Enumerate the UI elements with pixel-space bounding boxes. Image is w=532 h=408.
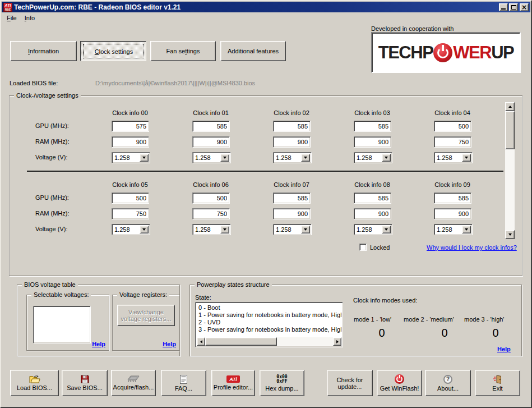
scroll-right-button[interactable] [333, 337, 341, 346]
maximize-button[interactable] [509, 3, 518, 11]
scroll-left-button[interactable] [197, 337, 205, 346]
ram-mhz-input-07[interactable] [273, 208, 311, 219]
selectable-voltages-group: Selectable voltages: Help [26, 295, 109, 351]
gpu-mhz-input-09[interactable] [434, 192, 471, 204]
voltage-combo-06[interactable]: 1.258 [192, 224, 231, 235]
ram-mhz-input-02[interactable] [273, 136, 311, 148]
mode-1-label: mode 1 - 'low' [354, 316, 391, 323]
hscrollbar-thumb[interactable] [205, 337, 277, 346]
clock-scrollbar[interactable] [505, 102, 515, 239]
ram-mhz-input-01[interactable] [192, 136, 230, 148]
triangle-down-icon [465, 157, 468, 159]
load-bios-button[interactable]: Load BIOS... [10, 370, 59, 396]
selectable-voltages-title: Selectable voltages: [31, 291, 91, 298]
selectable-voltages-list[interactable] [33, 306, 91, 343]
menu-file[interactable]: File [3, 14, 21, 22]
clock-voltage-group: Clock-/voltage settings Clock info 00 Cl… [9, 95, 522, 276]
techpowerup-logo: TECHP WER UP [371, 32, 521, 73]
tab-information[interactable]: Information [10, 41, 77, 61]
voltage-combo-07[interactable]: 1.258 [273, 224, 312, 235]
about-button[interactable]: ? About... [425, 370, 471, 396]
ram-mhz-input-00[interactable] [112, 136, 149, 148]
ram-mhz-input-04[interactable] [434, 136, 471, 148]
list-item[interactable]: 1 - Power saving for notebooks in batter… [197, 311, 341, 319]
gpu-mhz-input-01[interactable] [192, 121, 230, 132]
clock-info-header: Clock info 04 [427, 109, 478, 116]
ram-mhz-input-08[interactable] [354, 208, 391, 219]
power-button-icon [395, 374, 404, 384]
voltage-combo-08[interactable]: 1.258 [354, 224, 392, 235]
tab-additional-features[interactable]: Additional features [220, 41, 286, 61]
chevron-down-icon[interactable] [462, 154, 471, 162]
hex-icon: 0x000xFF [276, 375, 287, 384]
floppy-disk-icon [81, 375, 89, 383]
state-list-hscrollbar[interactable] [197, 337, 341, 346]
list-item[interactable]: 2 - UVD [197, 319, 341, 326]
open-folder-icon [29, 375, 40, 383]
minimize-button[interactable] [499, 3, 508, 11]
chevron-down-icon[interactable] [382, 226, 391, 233]
voltage-combo-01[interactable]: 1.258 [192, 152, 231, 163]
save-bios-button[interactable]: Save BIOS... [62, 370, 108, 396]
gpu-mhz-input-04[interactable] [434, 121, 471, 132]
title-bar: ATI RBE TechPowerUp.com: RBE - Radeon BI… [2, 2, 530, 12]
triangle-down-icon [385, 228, 388, 231]
profile-editor-button[interactable]: ATi Profile editor... [211, 370, 255, 396]
chevron-down-icon[interactable] [382, 154, 391, 162]
get-winflash-button[interactable]: Get WinFlash! [377, 370, 422, 396]
ram-mhz-input-09[interactable] [434, 208, 471, 219]
state-listbox[interactable]: 0 - Boot 1 - Power saving for notebooks … [195, 302, 343, 347]
scroll-up-button[interactable] [505, 102, 515, 111]
tab-fan-settings[interactable]: Fan settings [150, 41, 216, 61]
lock-info-link[interactable]: Why would I lock my clock infos? [427, 244, 517, 251]
gpu-mhz-input-00[interactable] [112, 121, 149, 132]
ram-mhz-input-05[interactable] [112, 208, 149, 219]
scroll-down-button[interactable] [505, 230, 515, 239]
list-item[interactable]: 3 - Power saving for notebooks in batter… [197, 326, 341, 333]
exit-button[interactable]: Exit [475, 370, 520, 396]
ram-mhz-input-03[interactable] [354, 136, 391, 148]
voltage-combo-04[interactable]: 1.258 [434, 152, 473, 163]
chevron-down-icon[interactable] [140, 226, 149, 233]
gpu-mhz-input-03[interactable] [354, 121, 391, 132]
chevron-down-icon[interactable] [301, 154, 310, 162]
logo-text-up: UP [491, 43, 514, 63]
chevron-down-icon[interactable] [140, 154, 149, 162]
list-item[interactable]: 0 - Boot [197, 304, 341, 311]
voltage-combo-03[interactable]: 1.258 [354, 152, 392, 163]
gpu-mhz-input-08[interactable] [354, 192, 391, 204]
voltage-combo-00[interactable]: 1.258 [112, 152, 150, 163]
close-button[interactable]: × [520, 3, 529, 11]
faq-button[interactable]: FAQ... [161, 370, 206, 396]
view-change-registers-button[interactable]: View/change voltage registers... [117, 305, 175, 326]
powerplay-help-link[interactable]: Help [497, 346, 511, 352]
voltage-value: 1.258 [114, 154, 130, 161]
acquire-flash-button[interactable]: Acquire/flash... [111, 370, 156, 396]
voltage-row-label: Voltage (V): [35, 226, 91, 232]
gpu-mhz-input-05[interactable] [112, 192, 149, 204]
scrollbar-thumb[interactable] [505, 111, 515, 149]
tab-clock-settings[interactable]: Clock settings [80, 41, 146, 61]
locked-checkbox[interactable] [359, 244, 367, 251]
chevron-down-icon[interactable] [462, 226, 471, 233]
gpu-mhz-input-07[interactable] [273, 192, 311, 204]
ram-mhz-input-06[interactable] [192, 208, 230, 219]
clock-info-header: Clock info 02 [266, 109, 317, 116]
chevron-down-icon[interactable] [301, 226, 310, 233]
chevron-down-icon[interactable] [220, 154, 229, 162]
voltage-registers-help-link[interactable]: Help [163, 341, 176, 347]
voltage-combo-09[interactable]: 1.258 [434, 224, 473, 235]
voltage-combo-02[interactable]: 1.258 [273, 152, 312, 163]
hscrollbar-track[interactable] [205, 337, 333, 346]
chevron-down-icon[interactable] [220, 226, 229, 233]
gpu-mhz-input-02[interactable] [273, 121, 311, 132]
gpu-mhz-input-06[interactable] [192, 192, 230, 204]
menu-info[interactable]: Info [21, 14, 39, 22]
selectable-voltages-help-link[interactable]: Help [92, 341, 105, 347]
check-update-button[interactable]: Check for update... [327, 370, 373, 396]
triangle-down-icon [304, 228, 307, 231]
close-icon: × [521, 4, 527, 10]
hex-dump-button[interactable]: 0x000xFF Hex dump... [260, 370, 304, 396]
voltage-registers-title: Voltage registers: [117, 291, 169, 298]
voltage-combo-05[interactable]: 1.258 [112, 224, 150, 235]
